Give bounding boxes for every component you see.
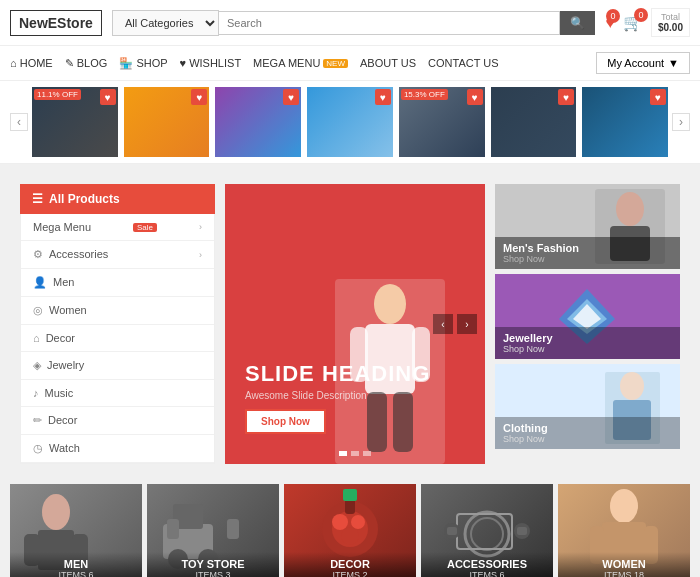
mega-menu-badge: New [323, 59, 348, 68]
category-tiles-row: MEN ITEMS 6 TOY STORE ITEMS 3 [10, 484, 690, 577]
category-tile-men[interactable]: MEN ITEMS 6 [10, 484, 142, 577]
svg-point-16 [620, 372, 644, 400]
sidebar-item-music[interactable]: ♪Music [21, 380, 214, 407]
toy-store-tile-items: ITEMS 3 [151, 570, 275, 577]
strip-next-button[interactable]: › [672, 113, 690, 131]
panel-jewellery-title: Jewellery [503, 332, 672, 344]
nav-item-shop[interactable]: 🏪 SHOP [119, 57, 167, 70]
category-tile-women[interactable]: WOMEN ITEMS 18 [558, 484, 690, 577]
nav-item-blog[interactable]: ✎ BLOG [65, 57, 108, 70]
my-account-button[interactable]: My Account ▼ [596, 52, 690, 74]
category-tile-decor[interactable]: DECOR ITEMS 2 [284, 484, 416, 577]
panel-clothing[interactable]: Clothing Shop Now [495, 364, 680, 449]
svg-rect-3 [412, 327, 430, 382]
panel-mens-fashion-label: Men's Fashion Shop Now [495, 237, 680, 269]
toy-store-tile-name: TOY STORE [151, 558, 275, 570]
sidebar-label-watch: Watch [49, 442, 80, 454]
panel-mens-fashion-title: Men's Fashion [503, 242, 672, 254]
nav-item-mega-menu[interactable]: MEGA MENU New [253, 57, 348, 69]
sidebar-label-mega: Mega Menu [33, 221, 91, 233]
shop-now-button[interactable]: Shop Now [245, 409, 326, 434]
strip-heart-carousel[interactable]: ♥ [283, 89, 299, 105]
decor-tile-overlay: DECOR ITEMS 2 [284, 552, 416, 577]
nav-items: ⌂ HOME ✎ BLOG 🏪 SHOP ♥ WISHLIST MEGA MEN… [10, 57, 499, 70]
sidebar: ☰ All Products Mega Menu Sale › ⚙Accesso… [20, 184, 215, 464]
sidebar-label-jewelry: Jewelry [47, 359, 84, 371]
sidebar-label-women: Women [49, 304, 87, 316]
panel-jewellery[interactable]: Jewellery Shop Now [495, 274, 680, 359]
gear-icon: ⚙ [33, 248, 43, 260]
strip-item-shoes[interactable]: ♥ [582, 87, 668, 157]
slider-dot-3[interactable] [363, 451, 371, 456]
wishlist-badge: 0 [606, 9, 620, 23]
strip-heart-car[interactable]: ♥ [100, 89, 116, 105]
sidebar-label-decor2: Decor [48, 414, 77, 426]
strip-heart-jewelry[interactable]: ♥ [191, 89, 207, 105]
strip-item-carousel[interactable]: ♥ [215, 87, 301, 157]
total-amount: $0.00 [658, 22, 683, 33]
sidebar-item-decor2[interactable]: ✏Decor [21, 407, 214, 435]
sidebar-item-women[interactable]: ◎Women [21, 297, 214, 325]
strip-badge-vest: 15.3% OFF [401, 89, 448, 100]
strip-item-jewelry[interactable]: ♥ [124, 87, 210, 157]
sidebar-item-accessories[interactable]: ⚙Accessories › [21, 241, 214, 269]
person-icon: 👤 [33, 276, 47, 288]
svg-rect-5 [393, 392, 413, 452]
nav-item-contact[interactable]: CONTACT US [428, 57, 499, 69]
slider-prev-button[interactable]: ‹ [433, 314, 453, 334]
decor-tile-name: DECOR [288, 558, 412, 570]
strip-badge-car: 11.1% OFF [34, 89, 81, 100]
toy-store-tile-overlay: TOY STORE ITEMS 3 [147, 552, 279, 577]
chevron-right-icon-2: › [199, 250, 202, 260]
sidebar-item-jewelry[interactable]: ◈Jewelry [21, 352, 214, 380]
my-account-label: My Account [607, 57, 664, 69]
slider-dot-1[interactable] [339, 451, 347, 456]
strip-heart-doll[interactable]: ♥ [375, 89, 391, 105]
chevron-right-icon: › [199, 222, 202, 232]
nav-item-wishlist[interactable]: ♥ WISHLIST [180, 57, 242, 69]
women-tile-name: WOMEN [562, 558, 686, 570]
panel-mens-fashion-shop: Shop Now [503, 254, 672, 264]
search-button[interactable]: 🔍 [560, 11, 595, 35]
sidebar-item-watch[interactable]: ◷Watch [21, 435, 214, 463]
slider-next-button[interactable]: › [457, 314, 477, 334]
right-panels: Men's Fashion Shop Now Jewellery Shop No… [495, 184, 680, 464]
slider-dot-2[interactable] [351, 451, 359, 456]
category-tile-toy-store[interactable]: TOY STORE ITEMS 3 [147, 484, 279, 577]
svg-point-36 [471, 518, 503, 550]
men-tile-overlay: MEN ITEMS 6 [10, 552, 142, 577]
nav-item-home[interactable]: ⌂ HOME [10, 57, 53, 69]
svg-point-42 [610, 489, 638, 523]
strip-heart-vest[interactable]: ♥ [467, 89, 483, 105]
slider-dots [339, 451, 371, 456]
strip-item-car[interactable]: 11.1% OFF ♥ [32, 87, 118, 157]
strip-item-vest[interactable]: 15.3% OFF ♥ [399, 87, 485, 157]
sidebar-menu: Mega Menu Sale › ⚙Accessories › 👤Men ◎Wo… [20, 214, 215, 464]
account-chevron-icon: ▼ [668, 57, 679, 69]
strip-item-tshirt[interactable]: ♥ [491, 87, 577, 157]
sidebar-item-men[interactable]: 👤Men [21, 269, 214, 297]
strip-prev-button[interactable]: ‹ [10, 113, 28, 131]
search-input[interactable] [219, 11, 561, 35]
strip-heart-tshirt[interactable]: ♥ [558, 89, 574, 105]
svg-point-30 [332, 514, 348, 530]
circle-icon: ◎ [33, 304, 43, 316]
category-tile-accessories[interactable]: ACCESSORIES ITEMS 6 [421, 484, 553, 577]
category-select[interactable]: All Categories [112, 10, 219, 36]
nav-item-about[interactable]: ABOUT US [360, 57, 416, 69]
strip-item-doll[interactable]: ♥ [307, 87, 393, 157]
strip-heart-shoes[interactable]: ♥ [650, 89, 666, 105]
nav: ⌂ HOME ✎ BLOG 🏪 SHOP ♥ WISHLIST MEGA MEN… [0, 46, 700, 81]
music-icon: ♪ [33, 387, 39, 399]
strip-items: 11.1% OFF ♥ ♥ ♥ ♥ 15.3% OFF ♥ ♥ ♥ [32, 87, 668, 157]
sidebar-title: All Products [49, 192, 120, 206]
header: NewEStore All Categories 🔍 ♥ 0 🛒 0 Total… [0, 0, 700, 46]
svg-rect-40 [447, 527, 457, 535]
home-icon: ⌂ [33, 332, 40, 344]
sidebar-item-mega-menu[interactable]: Mega Menu Sale › [21, 214, 214, 241]
svg-point-18 [42, 494, 70, 530]
logo: NewEStore [10, 10, 102, 36]
panel-mens-fashion[interactable]: Men's Fashion Shop Now [495, 184, 680, 269]
sidebar-item-decor[interactable]: ⌂Decor [21, 325, 214, 352]
total-label: Total [661, 12, 680, 22]
